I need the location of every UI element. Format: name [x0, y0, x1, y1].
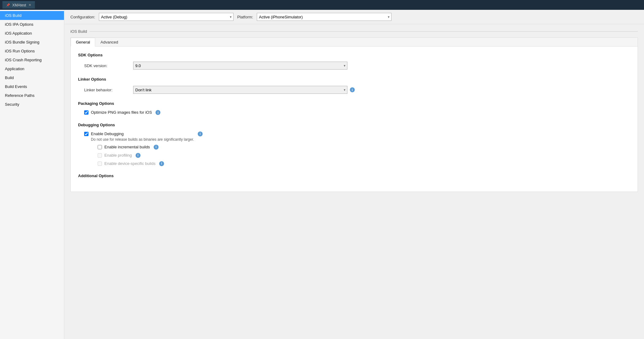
- packaging-options-title: Packaging Options: [78, 101, 630, 106]
- sidebar: iOS BuildiOS IPA OptionsiOS Applicationi…: [0, 10, 64, 339]
- enable-device-specific-builds-info-icon[interactable]: i: [159, 161, 164, 166]
- section-divider: [89, 31, 638, 32]
- optimize-png-row: Optimize PNG images files for iOS i: [78, 110, 630, 115]
- sdk-version-label: SDK version:: [84, 63, 133, 68]
- packaging-options-section: Packaging Options Optimize PNG images fi…: [78, 101, 630, 115]
- enable-debugging-checkbox[interactable]: [84, 132, 88, 136]
- linker-behavior-label: Linker behavior:: [84, 88, 133, 92]
- configuration-select-wrapper: Active (Debug) Release: [99, 13, 234, 21]
- section-title: iOS Build: [70, 29, 87, 34]
- debugging-options-section: Debugging Options Enable Debugging Do no…: [78, 123, 630, 166]
- main-layout: iOS BuildiOS IPA OptionsiOS Applicationi…: [0, 10, 644, 339]
- title-tab[interactable]: 📌 XMAtest ✕: [2, 2, 35, 9]
- optimize-png-info-icon[interactable]: i: [155, 110, 160, 115]
- sidebar-item-ios-crash-reporting[interactable]: iOS Crash Reporting: [0, 55, 64, 64]
- additional-options-section: Additional Options: [78, 173, 630, 178]
- debugging-options-title: Debugging Options: [78, 123, 630, 127]
- close-icon[interactable]: ✕: [28, 3, 31, 7]
- tab-advanced[interactable]: Advanced: [95, 38, 123, 47]
- sidebar-item-application[interactable]: Application: [0, 64, 64, 73]
- sdk-version-row: SDK version: 9.0 8.4 8.3 8.2 8.1 8.0: [78, 62, 630, 70]
- enable-debugging-text-block: Enable Debugging Do not use for release …: [91, 131, 194, 142]
- linker-behavior-select[interactable]: Don't link Link Framework SDKs Only Link…: [133, 86, 347, 94]
- enable-incremental-builds-container: Enable incremental builds i: [98, 145, 159, 150]
- sidebar-item-ios-run-options[interactable]: iOS Run Options: [0, 47, 64, 55]
- enable-incremental-builds-checkbox[interactable]: [98, 145, 102, 149]
- sidebar-item-security[interactable]: Security: [0, 100, 64, 109]
- enable-profiling-info-icon[interactable]: i: [136, 153, 140, 158]
- platform-label: Platform:: [237, 15, 253, 19]
- linker-options-title: Linker Options: [78, 77, 630, 82]
- section-header: iOS Build: [70, 29, 638, 34]
- sidebar-item-ios-ipa-options[interactable]: iOS IPA Options: [0, 20, 64, 29]
- enable-device-specific-builds-label: Enable device-specific builds: [104, 161, 155, 166]
- config-bar: Configuration: Active (Debug) Release Pl…: [64, 10, 644, 24]
- scroll-content[interactable]: iOS Build General Advanced SDK Options S: [64, 24, 644, 339]
- additional-options-title: Additional Options: [78, 173, 630, 178]
- enable-debugging-subtext: Do not use for release builds as binarie…: [91, 137, 194, 142]
- enable-profiling-checkbox[interactable]: [98, 153, 102, 158]
- enable-debugging-container: Enable Debugging Do not use for release …: [84, 131, 203, 142]
- sidebar-item-ios-bundle-signing[interactable]: iOS Bundle Signing: [0, 38, 64, 47]
- linker-behavior-select-wrapper: Don't link Link Framework SDKs Only Link…: [133, 86, 347, 94]
- enable-device-specific-builds-row: Enable device-specific builds i: [78, 161, 630, 166]
- linker-info-icon[interactable]: i: [350, 87, 355, 92]
- optimize-png-checkbox[interactable]: [84, 110, 88, 115]
- enable-profiling-row: Enable profiling i: [78, 153, 630, 158]
- configuration-label: Configuration:: [70, 15, 95, 19]
- enable-device-specific-builds-container: Enable device-specific builds i: [98, 161, 164, 166]
- panel-content: SDK Options SDK version: 9.0 8.4 8.3 8.2…: [71, 47, 638, 192]
- platform-select[interactable]: Active (iPhoneSimulator) iPhone: [257, 13, 391, 21]
- enable-incremental-builds-row: Enable incremental builds i: [78, 145, 630, 150]
- sidebar-item-ios-application[interactable]: iOS Application: [0, 29, 64, 38]
- main-panel: General Advanced SDK Options SDK version…: [70, 37, 638, 192]
- title-bar: 📌 XMAtest ✕: [0, 0, 644, 10]
- sdk-version-select[interactable]: 9.0 8.4 8.3 8.2 8.1 8.0: [133, 62, 347, 70]
- linker-behavior-row: Linker behavior: Don't link Link Framewo…: [78, 86, 630, 94]
- enable-debugging-label: Enable Debugging: [91, 131, 124, 136]
- enable-profiling-container: Enable profiling i: [98, 153, 140, 158]
- enable-device-specific-builds-checkbox[interactable]: [98, 162, 102, 166]
- enable-debugging-row: Enable Debugging Do not use for release …: [78, 131, 630, 142]
- optimize-png-container: Optimize PNG images files for iOS i: [84, 110, 160, 115]
- sdk-options-title: SDK Options: [78, 53, 630, 57]
- sidebar-item-reference-paths[interactable]: Reference Paths: [0, 91, 64, 100]
- platform-select-wrapper: Active (iPhoneSimulator) iPhone: [257, 13, 391, 21]
- optimize-png-label: Optimize PNG images files for iOS: [91, 110, 152, 115]
- enable-debugging-info-icon[interactable]: i: [198, 131, 203, 136]
- tab-name: XMAtest: [12, 3, 26, 7]
- tab-general[interactable]: General: [71, 38, 95, 47]
- sidebar-item-ios-build[interactable]: iOS Build: [0, 11, 64, 20]
- sidebar-item-build-events[interactable]: Build Events: [0, 82, 64, 91]
- enable-incremental-builds-label: Enable incremental builds: [104, 145, 150, 150]
- sidebar-item-build[interactable]: Build: [0, 73, 64, 82]
- linker-options-section: Linker Options Linker behavior: Don't li…: [78, 77, 630, 94]
- sdk-version-select-wrapper: 9.0 8.4 8.3 8.2 8.1 8.0: [133, 62, 347, 70]
- enable-incremental-builds-info-icon[interactable]: i: [154, 145, 159, 150]
- tabs-bar: General Advanced: [71, 38, 638, 47]
- configuration-select[interactable]: Active (Debug) Release: [99, 13, 234, 21]
- pin-icon: 📌: [6, 3, 10, 7]
- sdk-options-section: SDK Options SDK version: 9.0 8.4 8.3 8.2…: [78, 53, 630, 70]
- content-area: Configuration: Active (Debug) Release Pl…: [64, 10, 644, 339]
- enable-profiling-label: Enable profiling: [104, 153, 132, 158]
